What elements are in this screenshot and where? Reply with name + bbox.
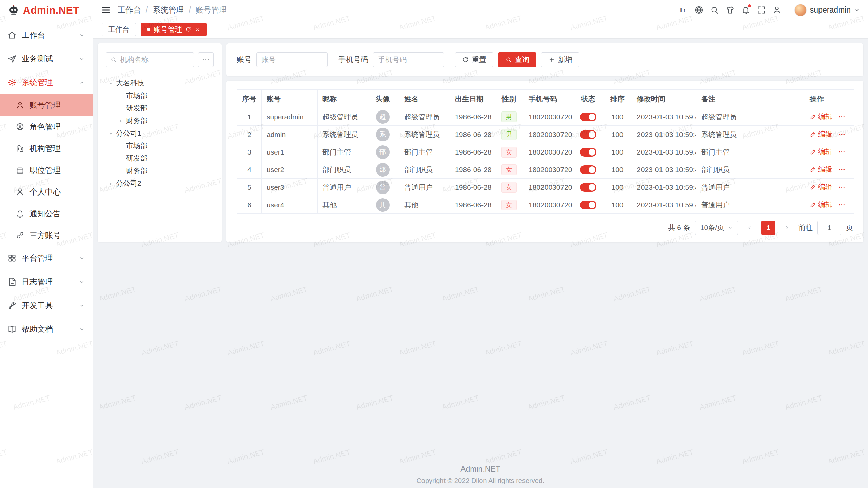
more-actions-button[interactable]	[838, 130, 846, 138]
plus-icon	[548, 56, 555, 63]
status-toggle[interactable]	[580, 183, 596, 192]
tree-node[interactable]: 财务部	[106, 164, 214, 177]
fullscreen-button[interactable]	[754, 0, 769, 20]
cell-sort: 100	[603, 161, 632, 179]
caret-right-icon[interactable]	[118, 118, 124, 123]
edit-button-label: 编辑	[818, 129, 832, 139]
add-button[interactable]: 新增	[541, 52, 579, 67]
sidebar-subitem-role-management[interactable]: 角色管理	[0, 116, 93, 138]
profile-button[interactable]	[769, 0, 785, 20]
cell-phone: 18020030720	[524, 179, 573, 196]
account-filter-label: 账号	[237, 55, 252, 65]
more-actions-button[interactable]	[838, 113, 846, 121]
breadcrumb-item[interactable]: 工作台	[118, 5, 141, 15]
cell-nickname: 其他	[318, 196, 366, 214]
edit-button-label: 编辑	[818, 112, 832, 121]
tree-node[interactable]: 研发部	[106, 102, 214, 114]
theme-button[interactable]	[723, 0, 738, 20]
tree-node[interactable]: 分公司2	[106, 177, 214, 189]
column-header: 备注	[696, 90, 805, 108]
status-toggle[interactable]	[580, 113, 596, 121]
search-icon	[505, 56, 512, 63]
search-icon	[110, 56, 117, 63]
goto-page-input[interactable]	[817, 221, 841, 235]
sidebar-item-log-management[interactable]: 日志管理	[0, 270, 93, 293]
fullscreen-icon	[757, 5, 766, 15]
account-filter-input[interactable]	[261, 56, 322, 64]
menu-collapse-button[interactable]	[101, 5, 111, 15]
sidebar-subitem-notice[interactable]: 通知公告	[0, 203, 93, 224]
cell-account: user3	[262, 179, 318, 196]
edit-button[interactable]: 编辑	[810, 200, 832, 209]
column-header: 修改时间	[632, 90, 696, 108]
more-actions-button[interactable]	[838, 166, 846, 174]
page-size-select[interactable]: 10条/页	[695, 221, 738, 235]
more-actions-button[interactable]	[838, 201, 846, 209]
tab-account-management[interactable]: 账号管理	[141, 23, 207, 36]
next-page-button[interactable]	[780, 221, 794, 235]
org-search-input[interactable]	[120, 56, 190, 64]
caret-down-icon[interactable]	[108, 130, 114, 136]
search-button[interactable]	[707, 0, 723, 20]
status-toggle[interactable]	[580, 201, 596, 209]
profile-icon	[772, 5, 782, 15]
edit-button[interactable]: 编辑	[810, 147, 832, 157]
sidebar-item-label: 日志管理	[22, 277, 74, 287]
username: superadmin	[810, 5, 851, 15]
caret-down-icon[interactable]	[108, 80, 114, 86]
edit-button[interactable]: 编辑	[810, 182, 832, 192]
notification-button[interactable]	[738, 0, 754, 20]
cell-name: 部门职员	[399, 161, 450, 179]
sidebar-item-help-docs[interactable]: 帮助文档	[0, 317, 93, 341]
status-toggle[interactable]	[580, 130, 596, 139]
breadcrumb-item[interactable]: 系统管理	[153, 5, 184, 15]
prev-page-button[interactable]	[743, 221, 756, 235]
sidebar-subitem-third-account[interactable]: 三方账号	[0, 224, 93, 246]
sidebar-subitem-personal-center[interactable]: 个人中心	[0, 181, 93, 203]
sidebar-item-workbench[interactable]: 工作台	[0, 23, 93, 47]
tab-workbench[interactable]: 工作台	[102, 23, 136, 36]
edit-button[interactable]: 编辑	[810, 165, 832, 174]
reset-button[interactable]: 重置	[455, 52, 493, 67]
tree-node[interactable]: 研发部	[106, 152, 214, 164]
more-actions-button[interactable]	[838, 148, 846, 156]
page-number-button[interactable]: 1	[761, 221, 775, 235]
edit-button[interactable]: 编辑	[810, 112, 832, 121]
tree-node[interactable]: 财务部	[106, 114, 214, 127]
status-toggle[interactable]	[580, 165, 596, 174]
sidebar-subitem-org-management[interactable]: 机构管理	[0, 138, 93, 159]
query-button[interactable]: 查询	[498, 52, 536, 67]
status-toggle[interactable]	[580, 148, 596, 157]
breadcrumb-separator: /	[189, 5, 191, 15]
globe-button[interactable]	[691, 0, 707, 20]
org-tree: 大名科技市场部研发部财务部分公司1市场部研发部财务部分公司2	[106, 77, 214, 189]
sidebar-item-dev-tools[interactable]: 开发工具	[0, 293, 93, 317]
sidebar-menu: 工作台业务测试系统管理账号管理角色管理机构管理职位管理个人中心通知公告三方账号平…	[0, 20, 93, 488]
tree-node[interactable]: 分公司1	[106, 127, 214, 139]
cell-modified: 2023-01-03 10:59:44	[632, 196, 696, 214]
tree-node[interactable]: 市场部	[106, 139, 214, 152]
user-menu[interactable]: superadmin	[794, 4, 860, 16]
column-header: 头像	[366, 90, 399, 108]
refresh-icon[interactable]	[185, 26, 191, 32]
caret-right-icon[interactable]	[108, 180, 114, 186]
logo[interactable]: Admin.NET	[0, 0, 93, 20]
sidebar-subitem-label: 三方账号	[29, 230, 61, 241]
tree-node[interactable]: 大名科技	[106, 77, 214, 89]
cell-avatar: 其	[366, 196, 399, 214]
chevron-right-icon	[784, 225, 790, 231]
cell-index: 5	[237, 179, 262, 196]
logo-title: Admin.NET	[23, 4, 79, 16]
sidebar-item-platform-management[interactable]: 平台管理	[0, 246, 93, 270]
sidebar-subitem-account-management[interactable]: 账号管理	[0, 94, 93, 116]
more-actions-button[interactable]	[838, 183, 846, 191]
sidebar-item-system-management[interactable]: 系统管理	[0, 70, 93, 94]
phone-filter-input[interactable]	[378, 56, 439, 64]
org-more-button[interactable]	[198, 52, 214, 67]
text-size-button[interactable]: Tt	[676, 0, 691, 20]
tree-node[interactable]: 市场部	[106, 89, 214, 102]
sidebar-item-business-test[interactable]: 业务测试	[0, 47, 93, 70]
close-icon[interactable]	[195, 26, 200, 32]
edit-button[interactable]: 编辑	[810, 129, 832, 139]
sidebar-subitem-post-management[interactable]: 职位管理	[0, 159, 93, 181]
